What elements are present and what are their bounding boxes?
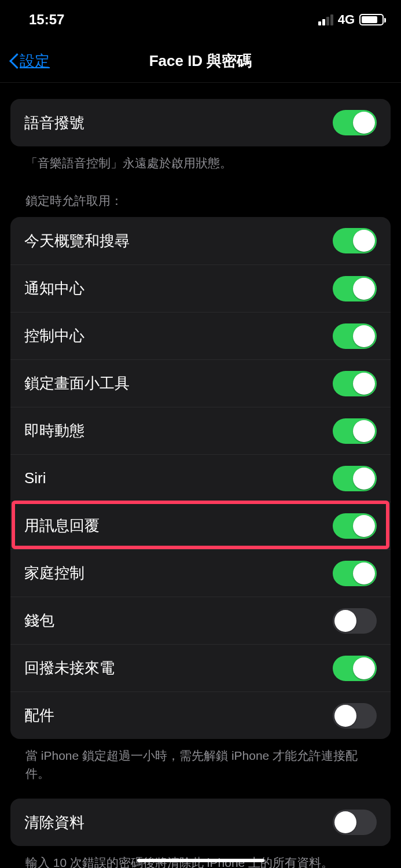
row-allow-access: 回撥未接來電: [10, 644, 391, 692]
row-allow-access: 控制中心: [10, 312, 391, 359]
row-allow-access: 配件: [10, 692, 391, 739]
toggle-allow-access[interactable]: [333, 418, 377, 444]
toggle-allow-access[interactable]: [333, 513, 377, 539]
toggle-allow-access[interactable]: [333, 703, 377, 729]
row-label: 通知中心: [24, 278, 84, 299]
row-label: Siri: [24, 469, 46, 487]
row-label: 配件: [24, 705, 54, 726]
allow-access-footer: 當 iPhone 鎖定超過一小時，需先解鎖 iPhone 才能允許連接配件。: [10, 739, 391, 782]
toggle-allow-access[interactable]: [333, 371, 377, 396]
row-allow-access: 鎖定畫面小工具: [10, 359, 391, 407]
network-label: 4G: [338, 12, 355, 27]
status-right: 4G: [318, 12, 384, 27]
row-allow-access: 即時動態: [10, 407, 391, 454]
status-time: 15:57: [29, 12, 64, 28]
row-allow-access: Siri: [10, 454, 391, 502]
toggle-erase-data[interactable]: [333, 810, 377, 835]
nav-bar: 設定 Face ID 與密碼: [0, 39, 401, 83]
row-label: 鎖定畫面小工具: [24, 373, 130, 393]
group-allow-access: 今天概覽和搜尋通知中心控制中心鎖定畫面小工具即時動態Siri用訊息回覆家庭控制錢…: [10, 217, 391, 739]
toggle-allow-access[interactable]: [333, 323, 377, 349]
row-label: 用訊息回覆: [24, 516, 100, 536]
erase-footer: 輸入 10 次錯誤的密碼後將清除此 iPhone 上的所有資料。: [10, 846, 391, 868]
row-label: 語音撥號: [24, 113, 84, 133]
row-allow-access: 用訊息回覆: [10, 502, 391, 549]
toggle-allow-access[interactable]: [333, 466, 377, 491]
status-bar: 15:57 4G: [0, 0, 401, 39]
row-voice-dial: 語音撥號: [10, 99, 391, 146]
home-indicator[interactable]: [137, 859, 264, 862]
group-voice-dial: 語音撥號: [10, 99, 391, 146]
battery-icon: [359, 14, 384, 25]
chevron-left-icon: [8, 52, 19, 69]
page-title: Face ID 與密碼: [0, 51, 401, 71]
group-erase: 清除資料: [10, 799, 391, 846]
row-label: 清除資料: [24, 812, 84, 833]
toggle-voice-dial[interactable]: [333, 110, 377, 135]
cellular-signal-icon: [318, 14, 333, 25]
back-button[interactable]: 設定: [0, 51, 50, 71]
toggle-allow-access[interactable]: [333, 608, 377, 634]
row-allow-access: 通知中心: [10, 264, 391, 312]
row-label: 今天概覽和搜尋: [24, 231, 130, 251]
toggle-allow-access[interactable]: [333, 228, 377, 253]
voice-dial-footer: 「音樂語音控制」永遠處於啟用狀態。: [10, 146, 391, 172]
toggle-allow-access[interactable]: [333, 276, 377, 301]
row-allow-access: 家庭控制: [10, 549, 391, 597]
row-allow-access: 錢包: [10, 597, 391, 644]
row-label: 即時動態: [24, 421, 84, 441]
section-header-allow-access: 鎖定時允許取用：: [10, 172, 391, 209]
row-erase-data: 清除資料: [10, 799, 391, 846]
row-label: 回撥未接來電: [24, 658, 115, 678]
row-allow-access: 今天概覽和搜尋: [10, 217, 391, 264]
row-label: 控制中心: [24, 326, 84, 346]
row-label: 家庭控制: [24, 563, 84, 583]
toggle-allow-access[interactable]: [333, 561, 377, 586]
toggle-allow-access[interactable]: [333, 656, 377, 681]
row-label: 錢包: [24, 610, 54, 631]
